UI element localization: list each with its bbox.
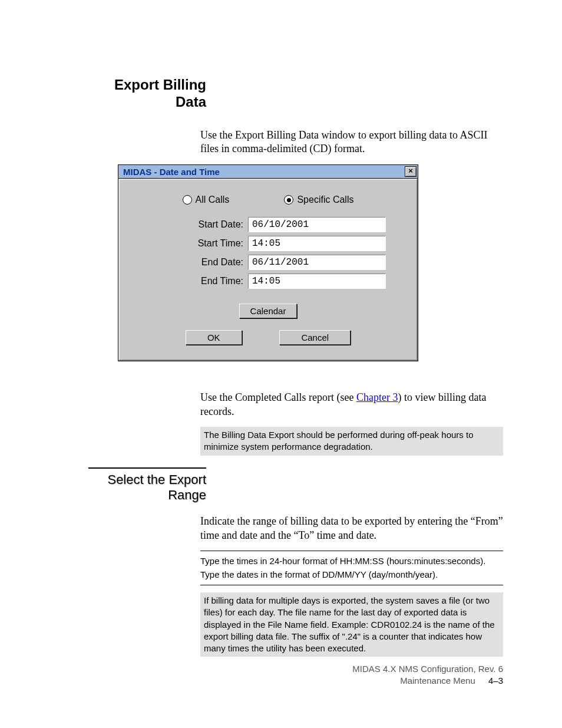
input-end-time[interactable] [248,274,386,289]
intro-paragraph: Use the Export Billing Data window to ex… [200,129,503,156]
row-ok-cancel: OK Cancel [137,330,399,345]
paragraph-completed-calls: Use the Completed Calls report (see Chap… [200,391,503,419]
row-start-time: Start Time: [161,236,399,251]
row-end-date: End Date: [161,255,399,270]
dialog-title: MIDAS - Date and Time [123,167,220,177]
label-start-date: Start Date: [161,219,243,230]
cancel-button[interactable]: Cancel [279,330,351,345]
heading-export-billing-data: Export Billing Data [88,77,206,111]
tip-time-format: Type the times in 24-hour format of HH:M… [200,555,503,568]
form-rows: Start Date: Start Time: End Date: End Ti… [161,217,399,289]
page-footer: MIDAS 4.X NMS Configuration, Rev. 6 Main… [352,663,503,687]
ok-button[interactable]: OK [186,330,242,345]
label-end-time: End Time: [161,276,243,286]
dialog-titlebar: MIDAS - Date and Time × [118,165,418,179]
radio-group-call-type: All Calls Specific Calls [137,192,399,217]
input-start-date[interactable] [248,217,386,232]
footer-line1: MIDAS 4.X NMS Configuration, Rev. 6 [352,663,503,675]
note-filenames: If billing data for multiple days is exp… [200,592,503,657]
section-rule [88,467,206,469]
text: Use the Completed Calls report (see [200,391,356,403]
radio-specific-calls[interactable]: Specific Calls [284,195,353,205]
link-chapter-3[interactable]: Chapter 3 [356,391,398,403]
tip-date-format: Type the dates in the format of DD/MM/YY… [200,568,503,582]
row-calendar-button: Calendar [137,304,399,318]
row-start-date: Start Date: [161,217,399,232]
input-start-time[interactable] [248,236,386,251]
radio-icon [284,195,293,205]
radio-icon [183,195,192,205]
close-icon[interactable]: × [405,166,416,177]
heading-select-export-range: Select the Export Range [88,472,206,503]
paragraph-range-intro: Indicate the range of billing data to be… [200,515,503,542]
footer-section: Maintenance Menu [400,676,475,686]
calendar-button[interactable]: Calendar [239,304,297,318]
label-start-time: Start Time: [161,238,243,249]
radio-all-calls[interactable]: All Calls [183,195,230,205]
footer-page-number: 4–3 [488,676,503,686]
note-offpeak: The Billing Data Export should be perfor… [200,427,503,456]
dialog-body: All Calls Specific Calls Start Date: Sta… [118,179,418,361]
radio-label-specific-calls: Specific Calls [297,195,353,205]
radio-label-all-calls: All Calls [196,195,230,205]
tip-formats: Type the times in 24-hour format of HH:M… [200,551,503,585]
input-end-date[interactable] [248,255,386,270]
row-end-time: End Time: [161,274,399,289]
label-end-date: End Date: [161,257,243,268]
dialog-date-and-time: MIDAS - Date and Time × All Calls Specif… [118,164,418,361]
